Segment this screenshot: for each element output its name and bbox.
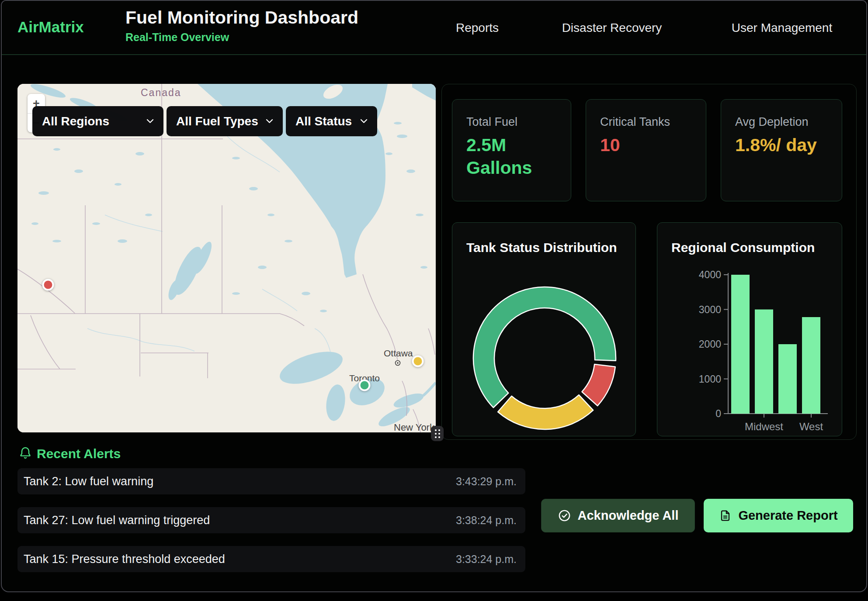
acknowledge-all-button[interactable]: Acknowledge All: [541, 499, 695, 532]
map-label-newyork: New York: [394, 422, 435, 432]
stat-label: Total Fuel: [466, 115, 517, 129]
svg-text:0: 0: [715, 408, 721, 419]
alerts-section-title: Recent Alerts: [37, 446, 121, 461]
stat-label: Critical Tanks: [600, 115, 670, 129]
map-panel: Canada Ottawa Toronto New York + − All R…: [17, 84, 436, 432]
map-resize-grip-icon[interactable]: [431, 426, 444, 441]
chevron-down-icon: [266, 119, 273, 124]
page-subtitle: Real-Time Overview: [125, 31, 358, 44]
tank-marker-critical[interactable]: [42, 279, 54, 291]
region-filter-dropdown[interactable]: All Regions: [32, 106, 163, 136]
alert-text: Tank 15: Pressure threshold exceeded: [24, 553, 225, 566]
stat-value: 1.8%/ day: [735, 134, 820, 156]
nav-disaster-recovery[interactable]: Disaster Recovery: [562, 21, 662, 35]
tank-marker-warning[interactable]: [412, 356, 424, 367]
stat-card-total-fuel: Total Fuel 2.5M Gallons: [452, 99, 571, 201]
alert-timestamp: 3:43:29 p.m.: [456, 475, 517, 488]
tank-marker-normal[interactable]: [359, 380, 371, 391]
document-icon: [719, 509, 732, 522]
alert-row[interactable]: Tank 2: Low fuel warning 3:43:29 p.m.: [17, 468, 525, 494]
regional-consumption-card: Regional Consumption 01000200030004000Mi…: [657, 222, 842, 436]
stat-value: 2.5M Gallons: [466, 134, 552, 180]
svg-text:1000: 1000: [699, 373, 721, 385]
nav-reports[interactable]: Reports: [456, 21, 499, 35]
page-title-block: Fuel Monitoring Dashboard Real-Time Over…: [125, 7, 358, 44]
stat-value: 10: [600, 134, 685, 156]
stat-card-critical-tanks: Critical Tanks 10: [586, 99, 706, 201]
alert-timestamp: 3:33:24 p.m.: [456, 553, 517, 566]
fuel-type-filter-value: All Fuel Types: [176, 114, 258, 128]
map-filter-bar: All Regions All Fuel Types All Status: [32, 106, 377, 136]
regional-consumption-bar-chart: 01000200030004000MidwestWest: [657, 223, 843, 437]
fuel-type-filter-dropdown[interactable]: All Fuel Types: [167, 106, 283, 136]
app-window: AirMatrix Fuel Monitoring Dashboard Real…: [1, 0, 867, 592]
svg-text:Midwest: Midwest: [745, 421, 783, 432]
map-label-country: Canada: [141, 87, 181, 98]
stat-label: Avg Depletion: [735, 115, 809, 129]
alert-row[interactable]: Tank 27: Low fuel warning triggered 3:38…: [17, 507, 525, 533]
chevron-down-icon: [360, 119, 368, 124]
stat-card-avg-depletion: Avg Depletion 1.8%/ day: [721, 99, 842, 201]
svg-text:2000: 2000: [699, 338, 721, 350]
status-filter-dropdown[interactable]: All Status: [286, 106, 377, 136]
region-filter-value: All Regions: [42, 114, 109, 128]
alert-text: Tank 27: Low fuel warning triggered: [24, 514, 210, 527]
tank-status-donut-chart: [452, 223, 636, 437]
alert-row[interactable]: Tank 15: Pressure threshold exceeded 3:3…: [17, 546, 525, 572]
acknowledge-all-label: Acknowledge All: [578, 508, 679, 523]
map-label-ottawa: Ottawa: [384, 348, 413, 358]
status-filter-value: All Status: [295, 114, 352, 128]
generate-report-button[interactable]: Generate Report: [704, 499, 853, 532]
brand-logo: AirMatrix: [17, 18, 84, 36]
header: AirMatrix Fuel Monitoring Dashboard Real…: [2, 1, 866, 55]
tank-status-card: Tank Status Distribution: [452, 222, 636, 436]
generate-report-label: Generate Report: [738, 508, 837, 523]
alert-text: Tank 2: Low fuel warning: [24, 475, 153, 488]
chevron-down-icon: [146, 119, 154, 124]
bell-icon: [18, 446, 32, 460]
nav-user-management[interactable]: User Management: [732, 21, 832, 35]
check-circle-icon: [558, 509, 571, 522]
alert-timestamp: 3:38:24 p.m.: [456, 514, 517, 527]
svg-text:4000: 4000: [699, 269, 721, 280]
page-title: Fuel Monitoring Dashboard: [125, 7, 358, 28]
svg-text:3000: 3000: [699, 304, 721, 315]
svg-text:West: West: [799, 421, 823, 432]
